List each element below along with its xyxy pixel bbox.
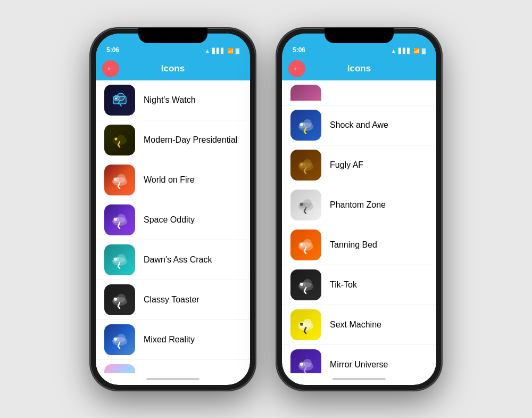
svg-line-83 — [304, 251, 306, 253]
phone-1: 5:06 ▲ ▋▋▋ 📶 ▓ ← Icons — [90, 28, 255, 390]
cloud-svg-classy-toaster — [109, 291, 130, 309]
cloud-svg-phantom-zone — [295, 196, 317, 214]
app-icon-top-hidden — [290, 85, 321, 101]
icon-list-1: Night's Watch — [96, 80, 250, 373]
item-name-space-oddity: Space Oddity — [144, 215, 195, 225]
status-time-2: 5:06 — [293, 46, 305, 54]
item-name-shock-awe: Shock and Awe — [330, 120, 388, 130]
item-name-tanning-bed: Tanning Bed — [330, 240, 377, 250]
svg-point-101 — [300, 363, 303, 366]
home-indicator-1 — [96, 373, 250, 385]
svg-point-66 — [300, 163, 303, 166]
wifi-icon-1: 📶 — [227, 48, 234, 54]
list-item-shock-awe[interactable]: Shock and Awe — [282, 105, 436, 145]
item-name-world-on-fire: World on Fire — [144, 175, 195, 185]
app-icon-sext-machine — [290, 309, 321, 340]
cloud-svg-world-on-fire — [109, 171, 130, 189]
battery-icon-2: ▓ — [422, 48, 426, 54]
list-item-top-hidden[interactable] — [282, 80, 436, 105]
phone-inner-1: 5:06 ▲ ▋▋▋ 📶 ▓ ← Icons — [96, 34, 250, 385]
location-icon-1: ▲ — [205, 48, 210, 54]
app-icon-presidential — [104, 125, 135, 155]
item-name-tik-tok: Tik-Tok — [330, 280, 357, 290]
svg-line-104 — [304, 371, 306, 373]
svg-line-41 — [118, 306, 120, 308]
svg-point-17 — [114, 178, 117, 181]
status-time-1: 5:06 — [106, 46, 119, 54]
list-item-tik-tok[interactable]: Tik-Tok — [282, 265, 436, 305]
svg-line-48 — [118, 346, 120, 348]
cloud-svg-dawns-crack — [109, 251, 130, 269]
svg-point-37 — [117, 294, 126, 302]
cloud-svg-shock-awe — [295, 116, 317, 134]
item-name-sext-machine: Sext Machine — [330, 320, 381, 330]
list-item-presidential[interactable]: Modern-Day Presidential — [96, 120, 250, 160]
svg-line-62 — [304, 132, 306, 134]
cloud-svg-fugly-af — [295, 156, 317, 174]
phone-2: 5:06 ▲ ▋▋▋ 📶 ▓ ← Icons — [277, 28, 442, 390]
svg-point-93 — [303, 319, 312, 327]
cloud-svg-mirror-universe — [295, 356, 317, 373]
icon-list-2: Shock and Awe Fugl — [282, 80, 436, 373]
app-icon-mixed-reality — [104, 324, 135, 355]
svg-line-69 — [304, 171, 306, 174]
item-name-presidential: Modern-Day Presidential — [144, 135, 237, 145]
list-item-world-on-fire[interactable]: World on Fire — [96, 160, 250, 200]
cloud-svg-tanning-bed — [295, 236, 317, 254]
svg-point-10 — [115, 137, 118, 140]
app-icon-classy-toaster — [104, 284, 135, 315]
battery-icon-1: ▓ — [236, 48, 239, 54]
list-item-mixed-reality[interactable]: Mixed Reality — [96, 320, 250, 360]
svg-point-16 — [117, 174, 126, 183]
cloud-svg-presidential — [110, 132, 129, 148]
svg-line-90 — [304, 291, 306, 293]
svg-point-65 — [303, 159, 312, 168]
app-icon-space-oddity — [104, 204, 135, 235]
svg-line-13 — [118, 145, 120, 147]
notch-2 — [325, 28, 394, 43]
svg-point-30 — [117, 254, 126, 263]
app-icon-tik-tok — [290, 269, 321, 300]
svg-line-20 — [118, 186, 120, 188]
list-item-fugly-af[interactable]: Fugly AF — [282, 145, 436, 185]
list-item-mirror-universe[interactable]: Mirror Universe — [282, 345, 436, 373]
list-item-tanning-bed[interactable]: Tanning Bed — [282, 225, 436, 265]
item-name-dawns-crack: Dawn's Ass Crack — [144, 255, 212, 265]
list-item-dawns-crack[interactable]: Dawn's Ass Crack — [96, 240, 250, 280]
app-icon-phantom-zone — [290, 190, 321, 220]
app-icon-tanning-bed — [290, 230, 321, 260]
cloud-svg-mixed-reality — [109, 331, 130, 349]
app-icon-world-on-fire — [104, 165, 135, 195]
list-item-nights-watch[interactable]: Night's Watch — [96, 80, 250, 120]
nav-bar-1: ← Icons — [96, 57, 250, 80]
back-button-2[interactable]: ← — [288, 60, 305, 77]
svg-point-45 — [114, 338, 117, 341]
notch-1 — [138, 28, 207, 43]
item-name-phantom-zone: Phantom Zone — [330, 200, 386, 210]
back-button-1[interactable]: ← — [102, 60, 119, 77]
svg-point-23 — [117, 214, 126, 223]
svg-point-31 — [114, 258, 117, 261]
cloud-svg-unicorn-barf — [109, 371, 130, 373]
cloud-svg-nights-watch — [110, 92, 129, 108]
svg-point-2 — [117, 93, 124, 101]
list-item-space-oddity[interactable]: Space Oddity — [96, 200, 250, 240]
signal-icon-1: ▋▋▋ — [212, 48, 225, 54]
home-bar-2 — [332, 378, 386, 380]
item-name-classy-toaster: Classy Toaster — [144, 295, 200, 305]
svg-point-44 — [117, 334, 126, 342]
app-icon-fugly-af — [290, 150, 321, 181]
svg-point-72 — [303, 199, 312, 208]
nav-bar-2: ← Icons — [282, 57, 436, 80]
svg-point-38 — [114, 298, 117, 301]
nav-title-1: Icons — [161, 63, 185, 74]
list-item-sext-machine[interactable]: Sext Machine — [282, 305, 436, 345]
app-icon-unicorn-barf — [104, 364, 135, 373]
home-indicator-2 — [282, 373, 436, 385]
list-item-unicorn-barf[interactable]: Unicorn Barf — [96, 360, 250, 373]
home-bar-1 — [146, 378, 200, 380]
cloud-svg-space-oddity — [109, 211, 130, 229]
list-item-classy-toaster[interactable]: Classy Toaster — [96, 280, 250, 320]
list-item-phantom-zone[interactable]: Phantom Zone — [282, 185, 436, 225]
wifi-icon-2: 📶 — [413, 48, 420, 54]
